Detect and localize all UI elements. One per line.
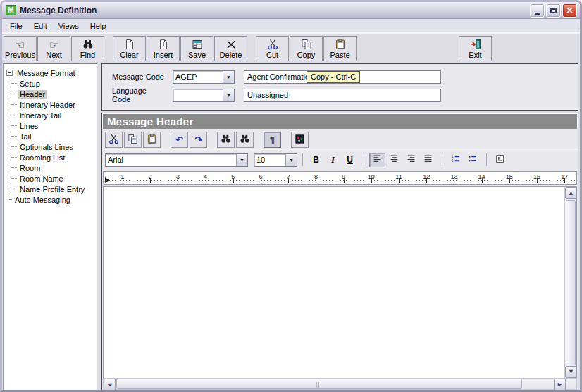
scroll-down-icon[interactable]: ▼ [565,366,577,378]
redo-button[interactable]: ↷ [190,132,207,148]
align-left-button[interactable] [369,153,385,167]
copy-button[interactable] [124,132,142,148]
tree-item-rooming-list[interactable]: Rooming List [11,152,95,163]
align-right-icon [406,154,416,165]
tree-root-message-format[interactable]: Message Format [6,68,95,78]
numbered-list-button[interactable]: 1.2. [447,153,464,167]
find-button[interactable] [217,132,235,148]
image-icon [295,134,305,146]
scroll-grip-icon [316,382,323,388]
message-body-editor[interactable] [104,187,564,378]
previous-button[interactable]: ☜Previous [4,36,37,61]
tab-box-icon [495,154,505,165]
tree-item-room-name[interactable]: Room Name [11,173,95,184]
font-family-combo[interactable]: Arial ▼ [105,153,248,167]
ruler-tick [344,178,345,183]
tree-item-auto-messaging[interactable]: Auto Messaging [6,194,95,205]
exit-door-icon [470,39,481,51]
toolbar-group: ClearInsertSaveDelete [113,36,248,61]
tree-item-optionals-lines[interactable]: Optionals Lines [11,141,95,152]
chevron-down-icon[interactable]: ▼ [285,154,297,166]
paste-button[interactable] [143,132,161,148]
paragraph-marks-button[interactable]: ¶ [264,132,281,148]
ruler-tick [206,178,206,183]
bullet-list-button[interactable] [464,153,481,167]
clear-button[interactable]: Clear [113,36,146,61]
tree-item-itinerary-header[interactable]: Itinerary Header [11,99,95,110]
tree-item-name-profile-entry[interactable]: Name Profile Entry [11,184,95,194]
exit-button[interactable]: Exit [459,36,492,61]
tab-settings-button[interactable] [492,153,508,167]
scroll-left-icon[interactable]: ◄ [104,379,116,391]
copy-button[interactable]: Copy [290,36,323,61]
tree-label: Room Name [18,175,65,183]
find-next-button[interactable] [236,132,254,148]
menu-item-edit[interactable]: Edit [28,20,53,32]
tree-children: SetupHeaderItinerary HeaderItinerary Tai… [11,78,95,194]
collapse-icon[interactable] [6,70,13,76]
align-center-button[interactable] [386,153,402,167]
maximize-button[interactable] [546,4,561,18]
message-name-field[interactable]: Agent Confirmation Copy - Ctrl-C [244,70,441,84]
paste-button[interactable]: Paste [323,36,357,61]
bold-button[interactable]: B [308,153,324,167]
language-code-combo[interactable]: ▼ [173,89,235,102]
save-button[interactable]: Save [180,36,213,61]
chevron-down-icon[interactable]: ▼ [223,71,234,83]
svg-text:1.: 1. [452,155,454,158]
ruler-tick [288,178,289,183]
align-right-button[interactable] [403,153,419,167]
menu-item-views[interactable]: Views [53,20,85,32]
message-code-combo[interactable]: AGEP ▼ [173,70,235,84]
ruler-tick [371,178,372,183]
tree-item-itinerary-tail[interactable]: Itinerary Tail [11,110,95,120]
horizontal-scrollbar[interactable]: ◄ ► [103,378,577,390]
bullet-list-icon [467,154,478,165]
chevron-down-icon[interactable]: ▼ [223,89,234,101]
button-label: Delete [220,51,242,60]
font-size-combo[interactable]: 10 ▼ [254,153,297,167]
ruler-tick [509,178,510,183]
format-toolbar: Arial ▼ 10 ▼ BIU1.2. [102,149,578,170]
vertical-scrollbar[interactable]: ▲ ▼ [564,187,576,378]
ruler-tick [426,178,427,183]
tree-label: Itinerary Header [18,101,77,109]
scroll-up-icon[interactable]: ▲ [565,187,577,199]
menu-item-help[interactable]: Help [85,20,112,32]
horizontal-scroll-track[interactable] [116,379,554,389]
cut-button[interactable]: Cut [256,36,289,61]
minimize-button[interactable] [530,4,545,18]
horizontal-scroll-thumb[interactable] [116,379,522,389]
delete-button[interactable]: Delete [214,36,247,61]
chevron-down-icon[interactable]: ▼ [236,154,247,166]
toolbar-group: CutCopyPaste [256,36,357,61]
language-name-field[interactable]: Unassigned [244,89,441,102]
cut-button[interactable] [105,132,123,148]
tree-item-lines[interactable]: Lines [11,120,95,131]
tree-item-setup[interactable]: Setup [11,78,95,89]
ruler-tick [150,178,151,183]
tree-label: Room [18,164,42,172]
tree-item-room[interactable]: Room [11,163,95,173]
justify-button[interactable] [420,153,436,167]
underline-button[interactable]: U [342,153,358,167]
button-label: Clear [120,51,138,60]
find-button[interactable]: Find [71,36,104,61]
edit-toolbar: ↶↷¶ [102,129,578,149]
close-button[interactable]: ✕ [562,4,577,18]
menu-item-file[interactable]: File [4,20,28,32]
next-button[interactable]: ☞Next [37,36,70,61]
button-label: Copy [297,51,316,60]
tree-item-tail[interactable]: Tail [11,131,95,141]
undo-button[interactable]: ↶ [171,132,188,148]
copy-tooltip: Copy - Ctrl-C [307,71,360,83]
content-panel: Message Code AGEP ▼ Agent Confirmation C… [101,63,578,391]
vertical-scroll-thumb[interactable] [566,200,576,365]
insert-image-button[interactable] [291,132,309,148]
scroll-right-icon[interactable]: ► [554,379,566,391]
save-window-icon [192,39,203,51]
italic-button[interactable]: I [325,153,341,167]
insert-button[interactable]: Insert [147,36,180,61]
tree-item-header[interactable]: Header [11,89,95,99]
align-center-icon [389,154,400,165]
